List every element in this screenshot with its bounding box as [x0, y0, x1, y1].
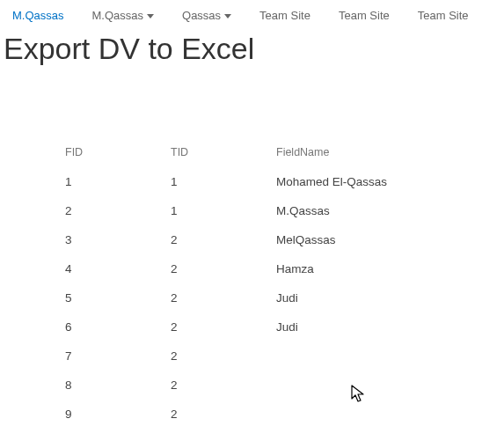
- table-row[interactable]: 21M.Qassas: [56, 196, 478, 225]
- cell-fid: 6: [56, 312, 162, 342]
- table-row[interactable]: 52Judi: [56, 283, 478, 312]
- cell-tid: 2: [162, 225, 267, 254]
- nav-item-label: Team Site: [418, 9, 469, 22]
- cell-tid: 1: [162, 196, 267, 225]
- column-header-fid[interactable]: FID: [56, 141, 162, 167]
- cell-tid: 1: [162, 167, 267, 196]
- caret-down-icon[interactable]: [224, 14, 231, 19]
- cell-fieldname: Judi: [267, 283, 478, 312]
- cell-fid: 2: [56, 196, 162, 225]
- top-navigation: M.QassasM.QassasQassasTeam SiteTeam Site…: [0, 0, 482, 31]
- caret-down-icon[interactable]: [147, 14, 154, 19]
- cell-tid: 2: [162, 312, 267, 342]
- cell-fieldname: Judi: [267, 312, 478, 342]
- nav-item-4[interactable]: Team Site: [332, 5, 397, 26]
- table-row[interactable]: 32MelQassas: [56, 225, 478, 254]
- cell-fid: 1: [56, 167, 162, 196]
- nav-item-label: Team Site: [259, 9, 310, 22]
- nav-item-label: M.Qassas: [92, 9, 144, 22]
- cell-fid: 3: [56, 225, 162, 254]
- cell-tid: 2: [162, 342, 267, 371]
- cell-fieldname: [267, 400, 478, 429]
- nav-item-3[interactable]: Team Site: [252, 5, 318, 26]
- cell-fieldname: [267, 342, 478, 371]
- cell-fid: 5: [56, 283, 162, 312]
- nav-item-label: Qassas: [182, 9, 221, 22]
- table-row[interactable]: 82: [56, 371, 478, 400]
- table-row[interactable]: 11Mohamed El-Qassas: [56, 167, 478, 196]
- column-header-fieldname[interactable]: FieldName: [267, 141, 478, 167]
- table-row[interactable]: 72: [56, 342, 478, 371]
- data-table: FID TID FieldName 11Mohamed El-Qassas21M…: [56, 141, 478, 429]
- table-header-row: FID TID FieldName: [56, 141, 478, 167]
- nav-item-5[interactable]: Team Site: [411, 5, 476, 26]
- cell-tid: 2: [162, 371, 267, 400]
- nav-item-label: Team Site: [339, 9, 390, 22]
- table-row[interactable]: 92: [56, 400, 478, 429]
- nav-item-label: M.Qassas: [12, 9, 64, 22]
- cell-tid: 2: [162, 254, 267, 283]
- data-table-wrapper: FID TID FieldName 11Mohamed El-Qassas21M…: [56, 141, 482, 429]
- nav-item-2[interactable]: Qassas: [175, 5, 238, 26]
- cell-fieldname: M.Qassas: [267, 196, 478, 225]
- table-row[interactable]: 62Judi: [56, 312, 478, 342]
- cell-fieldname: Mohamed El-Qassas: [267, 167, 478, 196]
- nav-item-1[interactable]: M.Qassas: [85, 5, 162, 26]
- cell-fieldname: MelQassas: [267, 225, 478, 254]
- cell-fieldname: Hamza: [267, 254, 478, 283]
- cell-fid: 9: [56, 400, 162, 429]
- table-row[interactable]: 42Hamza: [56, 254, 478, 283]
- cell-fid: 8: [56, 371, 162, 400]
- cell-tid: 2: [162, 400, 267, 429]
- cell-tid: 2: [162, 283, 267, 312]
- cell-fid: 7: [56, 342, 162, 371]
- cell-fieldname: [267, 371, 478, 400]
- nav-item-0[interactable]: M.Qassas: [5, 5, 71, 26]
- column-header-tid[interactable]: TID: [162, 141, 267, 167]
- cell-fid: 4: [56, 254, 162, 283]
- page-title: Export DV to Excel: [0, 33, 482, 65]
